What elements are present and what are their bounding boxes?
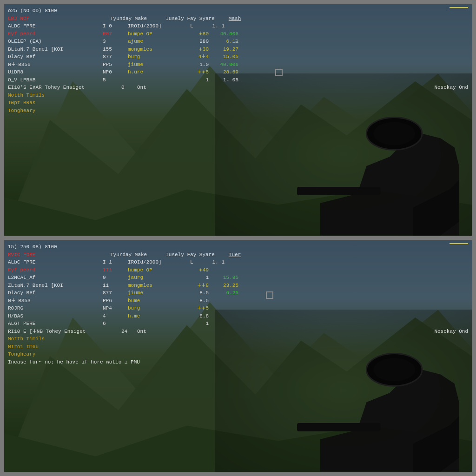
col-header3-bottom: Tuer [229,251,241,259]
row7-left-top: N∔-B356 [8,61,101,69]
row5-left-bottom: ZLtaN.7 Benel [KOI [8,282,101,290]
row11-bottom: RI10 E [∔NB Tohey Ensiget 24 Ont Nosokay… [8,328,468,336]
col-header3-top: Mash [229,15,241,23]
row9-num-bottom: 4 [103,312,126,320]
row4-num-top: 3 [103,38,126,46]
row9-left-bottom: H/BAS [8,312,101,320]
row6-val1-top: 4∔4 [190,53,209,61]
row8-left-top: UlDR8 [8,68,101,76]
header-text-top: o25 (NO OD) 8100 [8,7,57,15]
row10-left-bottom: AL6! PERE [8,320,101,328]
row7-mid-top: jiume [128,61,188,69]
row10-val1-bottom: 1 [190,320,209,328]
row10-bottom: AL6! PERE 6 1 [8,320,468,328]
row11-text-top: Motth Timils [8,92,45,99]
row8-num-top: NP0 [103,68,126,76]
row3-val1-bottom: ∔49 [190,266,209,274]
main-container: o25 (NO OD) 8100 LBJ NOF Tyunday Make Iu… [0,0,476,476]
row15-bottom: Incase fur~ no; he have if hore wotlo i … [8,358,468,366]
row2-left-top: ALDC FPRE [8,22,101,30]
row4-val1-bottom: 1 [190,274,209,282]
panel-top: o25 (NO OD) 8100 LBJ NOF Tyunday Make Iu… [4,4,472,236]
row4-val2-bottom: 15.85 [211,274,238,282]
row13-bottom: NIro1 I⊓6u [8,343,468,351]
row3-num-top: R07 [103,30,126,38]
row5-val2-bottom: 23.25 [211,282,238,290]
col-header1-top: Tyunday Make [110,15,147,23]
row4-left-bottom: L2NCAI_Af [8,274,101,282]
row6-mid-top: burg [128,53,188,61]
row5-mid-bottom: mongmles [128,282,188,290]
row6-left-top: Dlacy Bef [8,53,101,61]
row4-bottom: L2NCAI_Af 9 jaurg 1 15.85 [8,274,468,282]
row3-mid-bottom: humpe OP [128,266,188,274]
row3-left-top: Eyf peord [8,30,101,38]
row1-top: LBJ NOF Tyunday Make Iusely Fay Syare Ma… [8,15,468,23]
row4-mid-top: ajume [128,38,188,46]
row10-top: EI10'S E∨AR Tohey Ensiget 0 Ont Nosokay … [8,84,468,92]
row10-left-top: EI10'S E∨AR Tohey Ensiget [8,84,119,92]
row8-bottom: R0JRG NP4 burg ∔∔5 [8,304,468,312]
row12-text-bottom: Motth Timils [8,335,45,343]
row3-val2-top: 40.006 [211,30,238,38]
row8-top: UlDR8 NP0 h.ure ∔∔5 28.69 [8,68,468,76]
team-label-top: LBJ NOF [8,15,101,23]
yellow-line-bottom [450,243,468,244]
row6-mid-bottom: jiume [128,289,188,297]
row5-top: BLtaN.7 Benel [KOI 155 mongmles ∔30 19.2… [8,46,468,53]
row3-val1-top: ∔80 [190,30,209,38]
row15-text-bottom: Incase fur~ no; he have if hore wotlo i … [8,358,140,366]
row4-val2-top: 6.1⊇ [211,38,238,46]
row5-num-bottom: 11 [103,282,126,290]
row9-val1-bottom: 8.8 [190,312,209,320]
row5-val2-top: 19.27 [211,46,238,53]
row11-num-bottom: 24 [121,328,135,336]
row2-mid-top: IROId/2300] [128,22,188,30]
hud-text-bottom: 15) 250 08) 8100 RVIC FORE Tyurday Make … [4,240,472,472]
row7-bottom: N∔-B353 PP6 bume 8.5 [8,297,468,305]
row9-top: O_V LPBAB 5 1 1- 05 [8,76,468,84]
row3-mid-top: humpe OP [128,30,188,38]
row13-text-top: Tongheary [8,107,35,115]
row12-bottom: Motth Timils [8,335,468,343]
row2-val1-top: L [190,22,199,30]
row3-bottom: Eyf peord IT1 humpe OP ∔49 [8,266,468,274]
row7-val1-top: 1.0 [190,61,209,69]
yellow-line-top [450,7,468,8]
row11-top: Motth Timils [8,92,468,99]
row10-num-top: 0 [121,84,135,92]
row7-num-bottom: PP6 [103,297,126,305]
row4-mid-bottom: jaurg [128,274,188,282]
row2-val2-bottom: 1. 1 [201,258,225,266]
row1-bottom: RVIC FORE Tyurday Make Iusely Fay Syare … [8,251,468,259]
row2-num-bottom: I 1 [103,258,126,266]
row7-mid-bottom: bume [128,297,188,305]
row9-val2-top: 1- 05 [211,76,238,84]
row3-left-bottom: Eyf peord [8,266,101,274]
row5-num-top: 155 [103,46,126,53]
team-label-bottom: RVIC FORE [8,251,101,259]
row7-val1-bottom: 8.5 [190,297,209,305]
panel-bottom: 15) 250 08) 8100 RVIC FORE Tyurday Make … [4,240,472,472]
header-row-bottom: 15) 250 08) 8100 [8,243,468,251]
row9-mid-bottom: h.me [128,312,188,320]
row7-left-bottom: N∔-B353 [8,297,101,305]
row6-val2-bottom: 6.25 [211,289,238,297]
row5-left-top: BLtaN.7 Benel [KOI [8,46,101,53]
header-row-top: o25 (NO OD) 8100 [8,7,468,15]
row10-val-top: Nosokay Ond [176,84,468,92]
row8-mid-top: h.ure [128,68,188,76]
row9-left-top: O_V LPBAB [8,76,101,84]
row7-num-top: PP5 [103,61,126,69]
row5-val1-top: ∔30 [190,46,209,53]
row4-val1-top: 280 [190,38,209,46]
col-header1-bottom: Tyurday Make [110,251,147,259]
row6-val2-top: 15.05 [211,53,238,61]
row11-left-bottom: RI10 E [∔NB Tohey Ensiget [8,328,119,336]
row10-num-bottom: 6 [103,320,126,328]
row4-num-bottom: 9 [103,274,126,282]
row6-num-top: 877 [103,53,126,61]
row6-num-bottom: 877 [103,289,126,297]
row2-val2-top: 1. 1 [201,22,225,30]
row9-num-top: 5 [103,76,126,84]
